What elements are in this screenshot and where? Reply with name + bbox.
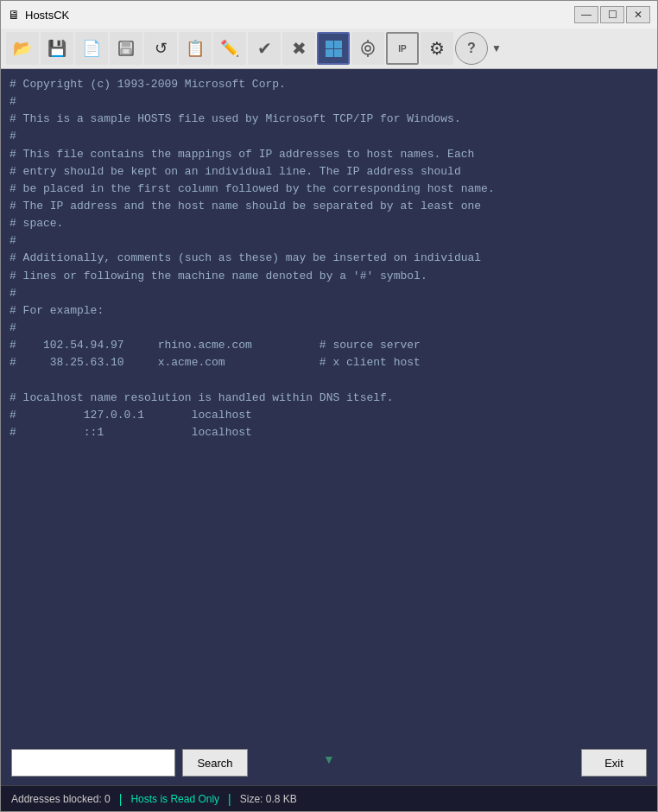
addresses-blocked-label: Addresses blocked: 0 [11, 793, 111, 805]
check-button[interactable]: ✔ [248, 32, 281, 65]
search-bar: ▼ Search Exit [1, 740, 657, 785]
search-button[interactable]: Search [182, 749, 248, 777]
search-input[interactable] [11, 749, 175, 777]
settings-button[interactable]: ⚙ [421, 32, 453, 65]
cancel-button[interactable]: ✖ [282, 32, 315, 65]
main-window: 🖥 HostsCK — ☐ ✕ 📂 💾 📄 ↓ ↺ 📋 ✏️ ✔ ✖ [0, 0, 658, 812]
undo-button[interactable]: ↺ [144, 32, 177, 65]
read-only-label: Hosts is Read Only [130, 793, 219, 805]
close-button[interactable]: ✕ [626, 6, 650, 23]
title-bar-controls: — ☐ ✕ [574, 6, 650, 23]
svg-point-9 [362, 42, 374, 54]
windows-button[interactable] [317, 32, 350, 65]
status-divider-2: | [228, 792, 231, 806]
dropdown-arrow: ▼ [323, 752, 335, 766]
status-bar: Addresses blocked: 0 | Hosts is Read Onl… [1, 785, 657, 811]
svg-rect-7 [326, 49, 333, 57]
title-bar-left: 🖥 HostsCK [8, 8, 69, 22]
svg-rect-6 [334, 41, 342, 48]
help-button[interactable]: ? [455, 32, 488, 65]
svg-rect-5 [326, 41, 333, 48]
restore-button[interactable]: ☐ [600, 6, 624, 23]
size-label: Size: 0.8 KB [240, 793, 297, 805]
svg-point-10 [365, 46, 370, 51]
save-as-button[interactable]: ↓ [110, 32, 142, 65]
new-button[interactable]: 📄 [75, 32, 108, 65]
status-divider-1: | [119, 792, 123, 806]
window-title: HostsCK [25, 9, 69, 22]
help-dropdown-arrow[interactable]: ▼ [491, 42, 502, 54]
save-button[interactable]: 💾 [41, 32, 73, 65]
view-button[interactable] [351, 32, 384, 65]
edit-button[interactable]: ✏️ [213, 32, 246, 65]
svg-rect-1 [122, 41, 130, 47]
svg-rect-3 [123, 49, 129, 54]
ip-button[interactable]: IP [386, 32, 419, 65]
content-area[interactable]: # Copyright (c) 1993-2009 Microsoft Corp… [1, 69, 657, 740]
svg-rect-8 [334, 49, 342, 57]
open-button[interactable]: 📂 [6, 32, 39, 65]
title-bar: 🖥 HostsCK — ☐ ✕ [1, 1, 657, 29]
app-icon: 🖥 [8, 8, 20, 22]
toolbar: 📂 💾 📄 ↓ ↺ 📋 ✏️ ✔ ✖ [1, 29, 657, 69]
paste-button[interactable]: 📋 [179, 32, 212, 65]
exit-button[interactable]: Exit [581, 749, 647, 777]
svg-text:↓: ↓ [130, 49, 133, 57]
minimize-button[interactable]: — [574, 6, 598, 23]
